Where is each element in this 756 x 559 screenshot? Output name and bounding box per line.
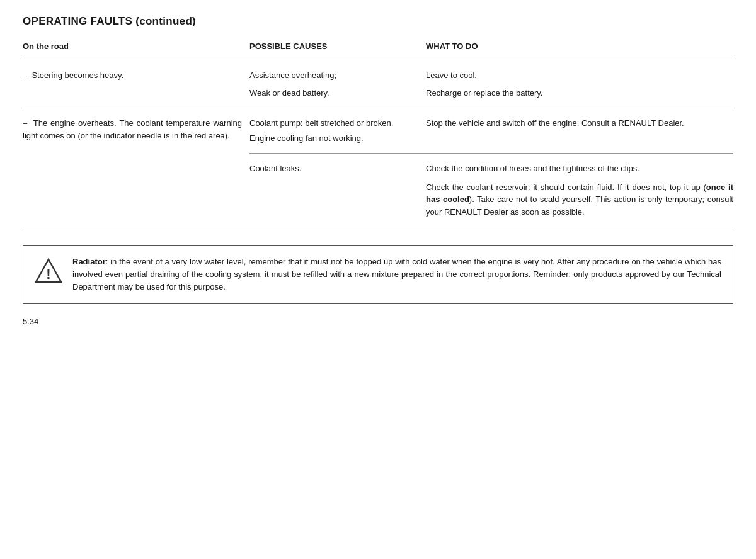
what-item: Recharge or replace the battery. <box>426 87 733 99</box>
bold-text: once it has cooled <box>426 183 733 205</box>
header-col2: POSSIBLE CAUSES <box>249 42 426 55</box>
symptom-text: – The engine overheats. The coolant temp… <box>23 118 242 140</box>
header-col1: On the road <box>23 42 249 55</box>
what-item: Leave to cool. <box>426 69 733 82</box>
table-body: – Steering becomes heavy. Assistance ove… <box>23 60 733 227</box>
table-row: – Steering becomes heavy. Assistance ove… <box>23 60 733 108</box>
warning-label: Radiator: in the event of a very low wat… <box>72 257 721 291</box>
what-item: Stop the vehicle and switch off the engi… <box>426 117 733 130</box>
sub-causes-col: Coolant leaks. <box>249 154 426 227</box>
right-cols: Coolant pump: belt stretched or broken. … <box>249 108 733 153</box>
cause-item: Coolant leaks. <box>249 162 418 175</box>
header-col3: WHAT TO DO <box>426 42 733 55</box>
what-item: Check the condition of hoses and the tig… <box>426 162 733 175</box>
sub-what-col: Check the condition of hoses and the tig… <box>426 154 733 227</box>
table-row: – The engine overheats. The coolant temp… <box>23 108 733 227</box>
svg-text:!: ! <box>46 266 50 282</box>
page-title: OPERATING FAULTS (continued) <box>23 15 733 28</box>
symptom-col: – Steering becomes heavy. <box>23 60 249 108</box>
page-number: 5.34 <box>23 317 733 326</box>
cause-item: Weak or dead battery. <box>249 87 418 99</box>
cause-item: Assistance overheating; <box>249 69 418 82</box>
table-headers: On the road POSSIBLE CAUSES WHAT TO DO <box>23 42 733 60</box>
warning-text: Radiator: in the event of a very low wat… <box>72 256 721 293</box>
what-col: Stop the vehicle and switch off the engi… <box>426 108 733 153</box>
cause-item: Coolant pump: belt stretched or broken. <box>249 117 418 130</box>
causes-col: Coolant pump: belt stretched or broken. … <box>249 108 426 153</box>
what-col: Leave to cool. Recharge or replace the b… <box>426 60 733 108</box>
warning-icon: ! <box>35 257 62 285</box>
cause-item: Engine cooling fan not working. <box>249 132 418 145</box>
sub-row: Coolant leaks. Check the condition of ho… <box>249 153 733 227</box>
what-item: Check the coolant reservoir: it should c… <box>426 181 733 218</box>
right-cols: Assistance overheating; Weak or dead bat… <box>249 60 733 108</box>
row-main: – The engine overheats. The coolant temp… <box>23 108 733 227</box>
symptom-text: – Steering becomes heavy. <box>23 71 123 80</box>
warning-box: ! Radiator: in the event of a very low w… <box>23 245 733 304</box>
causes-col: Assistance overheating; Weak or dead bat… <box>249 60 426 108</box>
symptom-col: – The engine overheats. The coolant temp… <box>23 108 249 227</box>
